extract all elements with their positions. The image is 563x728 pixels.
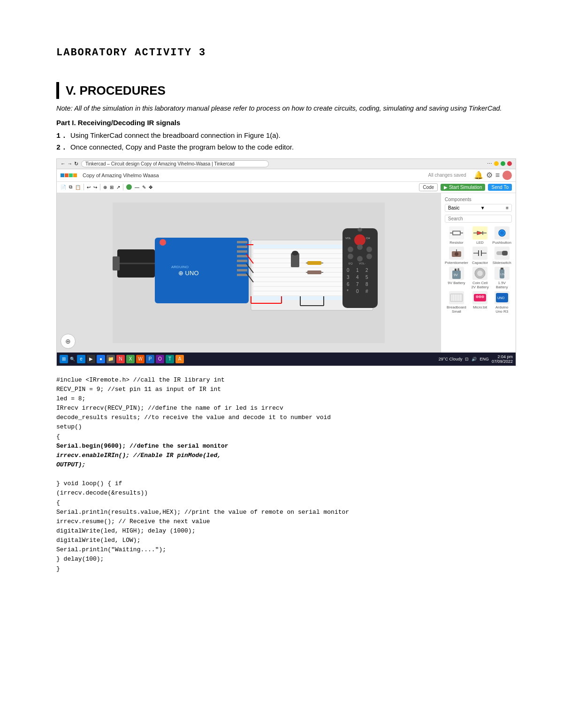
microbit-label: Micro:bit [473, 305, 487, 309]
led-label: LED [476, 240, 484, 245]
edge-icon[interactable]: e [77, 355, 85, 363]
components-grid: Resistor LED [445, 226, 512, 314]
forward-icon[interactable]: → [68, 161, 73, 166]
settings-icon[interactable]: ⋯ [487, 161, 492, 166]
dash-icon[interactable]: — [135, 185, 139, 190]
app-icon-4[interactable]: P [146, 355, 154, 363]
svg-text:VOL: VOL [345, 237, 351, 240]
step-1-text: Using TinkerCad connect the breadboard c… [70, 131, 281, 139]
svg-rect-97 [501, 268, 503, 270]
code-line-7: { [56, 432, 516, 442]
taskbar: ⊞ 🔍 e ▶ ● 📁 N X W P O T A 29°C Cloudy ⊡ … [57, 353, 516, 366]
section-header: V. PROCEDURES [56, 82, 516, 99]
url-bar[interactable]: Tinkercad – Circuit design Copy of Amazi… [81, 160, 269, 167]
logo-n [69, 173, 73, 177]
components-panel: Components Basic ▼ ≡ Resis [441, 193, 516, 353]
toolbar-icon-2[interactable]: ⚙ [486, 171, 493, 180]
tinkercad-screenshot: ← → ↻ Tinkercad – Circuit design Copy of… [56, 158, 516, 366]
redo-icon[interactable]: ↪ [93, 185, 97, 190]
terminal-icon[interactable]: ▶ [87, 355, 95, 363]
start-button[interactable]: ⊞ [60, 355, 68, 363]
reload-icon[interactable]: ↻ [74, 161, 78, 166]
edit-icon[interactable]: ✎ [142, 185, 146, 190]
move-icon[interactable]: ✥ [149, 185, 152, 190]
slideswitch-label: Slideswitch [493, 261, 511, 265]
components-search[interactable] [445, 215, 512, 223]
svg-marker-76 [477, 231, 483, 235]
paste-icon[interactable]: 📋 [75, 185, 81, 190]
close-button[interactable] [507, 161, 512, 166]
user-avatar[interactable] [502, 171, 512, 180]
svg-rect-4 [155, 238, 249, 303]
minimize-button[interactable] [494, 161, 499, 166]
toolbar-icon-3[interactable]: ≡ [495, 171, 500, 180]
toolbar-icon-1[interactable]: 🔔 [474, 171, 483, 180]
svg-text:1: 1 [356, 268, 359, 273]
9v-battery-label: 9V Battery [448, 281, 465, 285]
component-resistor[interactable]: Resistor [445, 226, 468, 245]
grid-icon[interactable]: ⊞ [110, 185, 114, 190]
app-icon-1[interactable]: N [116, 355, 125, 363]
app-icon-2[interactable]: X [126, 355, 135, 363]
undo-icon[interactable]: ↩ [87, 185, 91, 190]
code-line-16: irrecv.resume(); // Receive the next val… [56, 517, 516, 526]
tinkercad-toolbar: Copy of Amazing Vihelmo Waasa All change… [57, 169, 516, 182]
simulate-button[interactable]: ▶ Start Simulation [441, 184, 485, 191]
component-capacitor[interactable]: Capacitor [470, 247, 490, 265]
code-line-19: Serial.println("Waiting...."); [56, 545, 516, 555]
restore-button[interactable] [501, 161, 505, 166]
step-2: 2． Once connected, Copy and Paste the pr… [56, 143, 516, 152]
compass-control[interactable]: ⊕ [61, 334, 76, 349]
app-icon-5[interactable]: O [156, 355, 164, 363]
chrome-icon[interactable]: ● [97, 355, 105, 363]
file-icon[interactable]: 📄 [61, 185, 66, 190]
code-line-14: { [56, 498, 516, 508]
code-line-6: setup() [56, 422, 516, 432]
svg-text:5: 5 [365, 275, 368, 280]
circuit-canvas[interactable]: ⊕ UNO ARDUINO [57, 193, 441, 353]
component-led[interactable]: LED [470, 226, 490, 245]
svg-text:8: 8 [365, 282, 368, 287]
toolbar-right-buttons: 🔔 ⚙ ≡ [474, 171, 512, 180]
components-type: Basic [448, 205, 459, 210]
app-icon-7[interactable]: A [175, 355, 184, 363]
component-slideswitch[interactable]: Slideswitch [492, 247, 512, 265]
code-line-17: digitalWrite(led, HIGH); delay (1000); [56, 526, 516, 536]
svg-text:3: 3 [347, 275, 350, 280]
time-display: 2:04 pm [497, 354, 513, 359]
svg-rect-11 [237, 260, 247, 262]
component-potentiometer[interactable]: Potentiometer [445, 247, 468, 265]
component-breadboard[interactable]: Breadboard Small [445, 291, 468, 314]
component-pushbutton[interactable]: Pushbutton [492, 226, 512, 245]
component-9v-battery[interactable]: 9V 9V Battery [445, 267, 468, 289]
folder-icon[interactable]: 📁 [107, 355, 115, 363]
component-coin-cell[interactable]: Coin Cell 2V Battery [470, 267, 490, 289]
1v5-battery-label: 1.5V Battery [492, 281, 512, 289]
svg-point-106 [476, 295, 479, 298]
zoom-icon[interactable]: ⊕ [103, 185, 107, 190]
pointer-icon[interactable]: ↗ [116, 185, 120, 190]
send-button[interactable]: Send To [488, 184, 512, 191]
svg-rect-13 [237, 269, 247, 271]
svg-text:7: 7 [356, 282, 359, 287]
network-icon: ⊡ [465, 357, 469, 361]
search-taskbar-icon[interactable]: 🔍 [70, 357, 75, 361]
app-icon-6[interactable]: T [166, 355, 174, 363]
back-icon[interactable]: ← [61, 161, 66, 166]
volume-icon[interactable]: 🔊 [472, 357, 477, 361]
code-line-10: OUTPUT); [56, 460, 516, 470]
components-dropdown[interactable]: Basic ▼ ≡ [445, 204, 512, 212]
app-icon-3[interactable]: W [136, 355, 145, 363]
copy-icon[interactable]: ⧉ [69, 184, 72, 190]
dropdown-arrow: ▼ [480, 205, 485, 210]
svg-rect-73 [453, 231, 460, 235]
code-line-8: Serial.begin(9600); //define the serial … [56, 442, 516, 451]
component-1v5-battery[interactable]: 1.5V 1.5V Battery [492, 267, 512, 289]
arduino-icon: UNO [495, 291, 510, 304]
component-arduino[interactable]: UNO Arduino Uno R3 [492, 291, 512, 314]
svg-point-55 [357, 256, 363, 262]
list-view-icon[interactable]: ≡ [506, 205, 509, 210]
component-microbit[interactable]: Micro:bit [470, 291, 490, 314]
code-button[interactable]: Code [419, 183, 438, 191]
step-1: 1． Using TinkerCad connect the breadboar… [56, 131, 516, 140]
